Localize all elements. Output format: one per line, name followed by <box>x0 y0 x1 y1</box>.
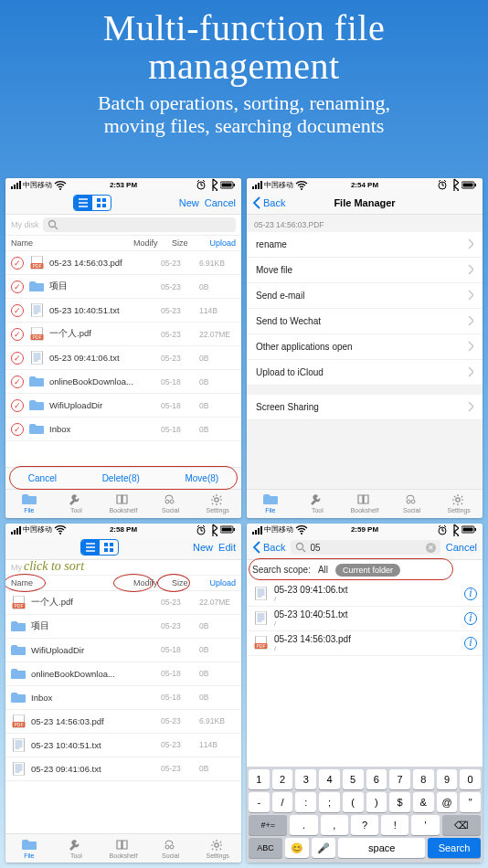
key[interactable]: & <box>413 792 434 812</box>
tab-settings[interactable]: Settings <box>194 834 241 863</box>
file-row[interactable]: onlineBookDownloa... 05-18 0B <box>5 662 241 686</box>
col-modify[interactable]: Modify <box>133 578 172 587</box>
key-backspace[interactable]: ⌫ <box>442 815 481 835</box>
file-row[interactable]: ✓ Inbox 05-18 0B <box>5 418 241 441</box>
key-abc[interactable]: ABC <box>249 838 282 858</box>
key[interactable]: @ <box>437 792 458 812</box>
select-checkbox[interactable]: ✓ <box>11 352 24 365</box>
new-button[interactable]: New <box>179 197 199 208</box>
file-row[interactable]: 项目 05-23 0B <box>5 615 241 639</box>
col-upload[interactable]: Upload <box>203 238 236 248</box>
action-row[interactable]: Upload to iCloud <box>247 360 483 386</box>
cancel-button[interactable]: Cancel <box>446 542 477 553</box>
info-icon[interactable]: i <box>464 612 477 625</box>
tab-settings[interactable]: Settings <box>194 490 241 518</box>
select-checkbox[interactable]: ✓ <box>11 423 24 436</box>
tab-file[interactable]: File <box>5 834 53 863</box>
file-row[interactable]: 05-23 10:40:51.txt 05-23 114B <box>5 734 241 757</box>
select-checkbox[interactable]: ✓ <box>11 257 24 270</box>
tab-tool[interactable]: Tool <box>53 834 101 863</box>
key[interactable]: 3 <box>295 769 316 789</box>
key[interactable]: 8 <box>413 769 434 789</box>
select-checkbox[interactable]: ✓ <box>11 376 24 388</box>
key[interactable]: " <box>460 792 481 812</box>
action-row[interactable]: Other applications open <box>247 334 483 360</box>
key[interactable]: 2 <box>272 769 293 789</box>
search-result[interactable]: 05-23 10:40:51.txt/ i <box>247 607 483 631</box>
key[interactable]: 1 <box>249 769 270 789</box>
key[interactable]: ; <box>319 792 340 812</box>
tab-social[interactable]: Social <box>388 490 436 518</box>
scope-all[interactable]: All <box>318 565 328 575</box>
search-result[interactable]: 05-23 14:56:03.pdf/ i <box>247 631 483 656</box>
key[interactable]: - <box>249 792 270 812</box>
tab-file[interactable]: File <box>5 490 53 518</box>
key[interactable]: ! <box>381 815 408 835</box>
key[interactable]: 0 <box>460 769 481 789</box>
info-icon[interactable]: i <box>464 587 477 600</box>
key[interactable]: 7 <box>389 769 410 789</box>
action-row[interactable]: Move file <box>247 258 483 283</box>
file-row[interactable]: WifiUploadDir 05-18 0B <box>5 639 241 662</box>
file-row[interactable]: ✓ 05-23 10:40:51.txt 05-23 114B <box>5 299 241 323</box>
view-toggle[interactable] <box>80 539 119 556</box>
tab-social[interactable]: Social <box>147 490 195 518</box>
key-search[interactable]: Search <box>428 838 481 858</box>
key[interactable]: ' <box>411 815 439 835</box>
col-name[interactable]: Name <box>11 238 133 248</box>
tab-bookshelf[interactable]: Bookshelf <box>341 490 388 518</box>
file-row[interactable]: ✓ 项目 05-23 0B <box>5 275 241 299</box>
select-checkbox[interactable]: ✓ <box>11 399 24 412</box>
file-row[interactable]: ✓ onlineBookDownloa... 05-18 0B <box>5 370 241 394</box>
key[interactable]: ( <box>343 792 364 812</box>
key[interactable]: $ <box>389 792 410 812</box>
action-row[interactable]: rename <box>247 232 483 258</box>
view-toggle[interactable] <box>73 195 111 211</box>
back-button[interactable]: Back <box>252 541 285 554</box>
key[interactable]: 4 <box>319 769 340 789</box>
action-screen-sharing[interactable]: Screen Sharing <box>247 395 483 420</box>
info-icon[interactable]: i <box>464 637 477 650</box>
tab-settings[interactable]: Settings <box>435 490 483 518</box>
key-shift[interactable]: #+= <box>249 815 287 835</box>
select-checkbox[interactable]: ✓ <box>11 304 24 317</box>
edit-button[interactable]: Edit <box>218 542 236 553</box>
clear-icon[interactable]: ✕ <box>426 543 436 553</box>
key[interactable]: / <box>272 792 293 812</box>
tab-bookshelf[interactable]: Bookshelf <box>100 834 147 863</box>
file-row[interactable]: 05-23 14:56:03.pdf 05-23 6.91KB <box>5 710 241 734</box>
file-row[interactable]: ✓ WifiUploadDir 05-18 0B <box>5 394 241 418</box>
col-modify[interactable]: Modify <box>133 238 172 248</box>
keyboard[interactable]: 1234567890 -/:;()$&@" #+=.,?!'⌫ ABC😊🎤spa… <box>247 767 483 863</box>
key[interactable]: ? <box>351 815 378 835</box>
key[interactable]: 9 <box>437 769 458 789</box>
col-size[interactable]: Size <box>172 578 203 587</box>
key[interactable]: , <box>321 815 348 835</box>
key[interactable]: 6 <box>366 769 387 789</box>
file-row[interactable]: 05-23 09:41:06.txt 05-23 0B <box>5 757 241 781</box>
action-row[interactable]: Send to Wechat <box>247 309 483 334</box>
action-row[interactable]: Send e-mail <box>247 283 483 309</box>
tab-social[interactable]: Social <box>147 834 195 863</box>
key[interactable]: . <box>290 815 317 835</box>
file-row[interactable]: ✓ 一个人.pdf 05-23 22.07ME <box>5 323 241 346</box>
col-name[interactable]: Name <box>11 578 133 587</box>
tab-file[interactable]: File <box>247 490 294 518</box>
key[interactable]: ) <box>366 792 387 812</box>
cancel-button[interactable]: Cancel <box>205 197 236 208</box>
file-row[interactable]: ✓ 05-23 14:56:03.pdf 05-23 6.91KB <box>5 251 241 275</box>
col-size[interactable]: Size <box>172 238 203 248</box>
select-checkbox[interactable]: ✓ <box>11 328 24 341</box>
key[interactable]: 5 <box>343 769 364 789</box>
scope-current[interactable]: Current folder <box>335 564 400 577</box>
key[interactable]: : <box>295 792 316 812</box>
tab-tool[interactable]: Tool <box>294 490 342 518</box>
tab-tool[interactable]: Tool <box>53 490 101 518</box>
batch-cancel[interactable]: Cancel <box>28 473 57 483</box>
col-upload[interactable]: Upload <box>203 578 236 587</box>
batch-delete[interactable]: Delete(8) <box>102 473 140 483</box>
tab-bookshelf[interactable]: Bookshelf <box>100 490 147 518</box>
search-result[interactable]: 05-23 09:41:06.txt/ i <box>247 582 483 607</box>
batch-move[interactable]: Move(8) <box>185 473 218 483</box>
key-mic[interactable]: 🎤 <box>312 838 335 858</box>
